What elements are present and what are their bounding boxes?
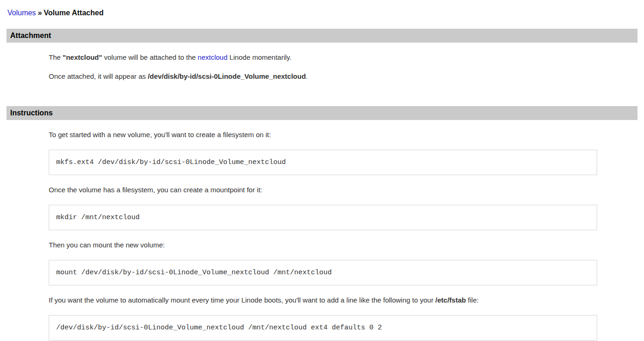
attachment-message-post: Linode momentarily. (227, 53, 291, 61)
attachment-message: The "nextcloud" volume will be attached … (49, 53, 638, 62)
linode-link-nextcloud[interactable]: nextcloud (198, 53, 227, 61)
code-block-fstab-line: /dev/disk/by-id/scsi-0Linode_Volume_next… (49, 315, 597, 341)
instructions-content: To get started with a new volume, you'll… (0, 131, 644, 341)
attachment-message-pre: The (49, 53, 63, 61)
fstab-path: /etc/fstab (435, 296, 466, 304)
section-attachment: Attachment The "nextcloud" volume will b… (0, 29, 644, 81)
device-path: /dev/disk/by-id/scsi-0Linode_Volume_next… (148, 72, 306, 80)
code-block-mkfs: mkfs.ext4 /dev/disk/by-id/scsi-0Linode_V… (49, 150, 597, 175)
instruction-step-mountpoint: Once the volume has a filesystem, you ca… (49, 186, 638, 194)
device-path-message-pre: Once attached, it will appear as (49, 72, 148, 80)
section-header-instructions: Instructions (6, 106, 638, 120)
volume-name: "nextcloud" (63, 53, 102, 61)
attachment-content: The "nextcloud" volume will be attached … (0, 53, 644, 81)
attachment-message-mid: volume will be attached to the (102, 53, 198, 61)
breadcrumb: Volumes»Volume Attached (0, 0, 644, 18)
code-block-mount: mount /dev/disk/by-id/scsi-0Linode_Volum… (49, 260, 597, 285)
instruction-step-filesystem: To get started with a new volume, you'll… (49, 131, 638, 139)
section-header-attachment: Attachment (6, 29, 638, 43)
fstab-message-post: file: (466, 296, 479, 304)
fstab-message-pre: If you want the volume to automatically … (49, 296, 435, 304)
breadcrumb-current-page: Volume Attached (44, 9, 103, 17)
instruction-step-mount: Then you can mount the new volume: (49, 241, 638, 249)
section-instructions: Instructions To get started with a new v… (0, 106, 644, 341)
breadcrumb-separator: » (38, 9, 42, 17)
breadcrumb-link-volumes[interactable]: Volumes (7, 9, 36, 17)
code-block-mkdir: mkdir /mnt/nextcloud (49, 205, 597, 230)
device-path-message: Once attached, it will appear as /dev/di… (49, 72, 638, 81)
device-path-message-post: . (306, 72, 308, 80)
instruction-step-fstab: If you want the volume to automatically … (49, 296, 638, 304)
